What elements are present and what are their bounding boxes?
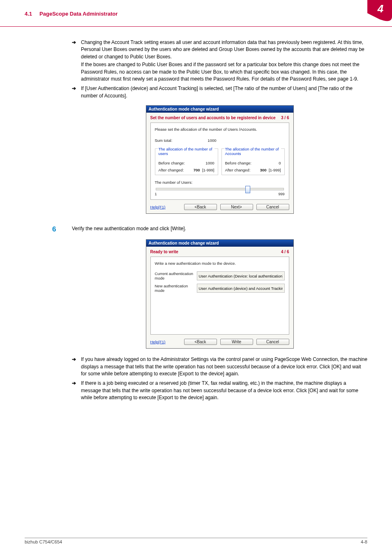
chapter-tab: 4 [351,11,367,25]
cancel-button[interactable]: Cancel [256,204,289,210]
page-header: 4.1 PageScope Data Administrator 4 [25,0,367,25]
note-text: Changing the Account Track setting erase… [81,39,364,60]
group-title-users: The allocation of the number of users [158,147,214,156]
section-number: 4.1 [25,11,32,17]
help-link[interactable]: Help(F1) [150,340,166,344]
footer-product: bizhub C754/C654 [25,539,62,544]
footer-page-number: 4-8 [361,539,367,544]
accounts-range: [1-999] [269,168,281,172]
step-number: 6 [52,225,72,234]
slider-thumb[interactable] [245,186,250,193]
users-allocation-group: The allocation of the number of users Be… [155,148,218,175]
wizard-dialog-step4: Authentication mode change wizard Ready … [146,239,294,349]
step-6: 6 Verify the new authentication mode and… [52,225,367,234]
new-mode-label: New authentication mode [155,284,197,293]
arrow-icon: ➔ [72,85,76,92]
current-mode-field [197,271,285,280]
accounts-before-value: 0 [279,161,281,165]
sum-total-label: Sum total: [155,138,173,143]
new-mode-field [197,284,285,293]
dialog-heading: Set the number of users and accounts to … [150,116,276,120]
arrow-icon: ➔ [72,380,76,387]
users-slider[interactable] [156,188,284,190]
header-rule [0,26,392,27]
users-before-value: 1000 [205,161,214,165]
step-text: Verify the new authentication mode and c… [72,225,367,232]
dialog-prompt: Write a new authentication mode to the d… [155,261,285,266]
dialog-titlebar: Authentication mode change wizard [146,106,293,113]
cancel-button[interactable]: Cancel [256,339,289,345]
current-mode-label: Current authentication mode [155,271,197,280]
page-footer: bizhub C754/C654 4-8 [25,539,367,544]
dialog-titlebar: Authentication mode change wizard [146,240,293,247]
accounts-allocation-group: The allocation of the number of Accounts… [221,148,285,175]
group-title-accounts: The allocation of the number of Accounts [224,147,281,156]
dialog-page-indicator: 4 / 6 [281,250,289,254]
note-text: If [User Authentication (device) and Acc… [81,86,353,98]
arrow-icon: ➔ [72,39,76,46]
wizard-dialog-step3: Authentication mode change wizard Set th… [146,105,294,214]
arrow-icon: ➔ [72,356,76,363]
dialog-prompt: Please set the allocation of the number … [155,127,285,132]
content-area: ➔ Changing the Account Track setting era… [72,39,367,401]
after-label: After changed: [159,168,184,172]
before-label: Before change: [159,161,185,165]
slider-label: The number of Users: [155,180,285,185]
before-label: Before change: [225,161,251,165]
sum-total-value: 1000 [208,138,216,143]
section-title: PageScope Data Administrator [39,11,118,17]
dialog-page-indicator: 3 / 6 [281,116,289,120]
note-text: If there is a job being executed or a re… [81,380,358,400]
accounts-after-value: 300 [260,168,267,172]
dialog-heading: Ready to write [150,250,178,254]
svg-text:4: 4 [377,2,384,15]
next-button[interactable]: Next> [220,204,253,210]
slider-min: 1 [155,192,157,196]
back-button[interactable]: <Back [184,204,217,210]
users-after-value: 700 [194,168,200,172]
note-item: ➔ If there is a job being executed or a … [72,380,367,401]
back-button[interactable]: <Back [184,339,217,345]
users-range: [1-999] [202,168,214,172]
note-item: ➔ Changing the Account Track setting era… [72,39,367,83]
note-continuation: If the boxes are changed to Public User … [81,61,367,83]
note-item: ➔ If [User Authentication (device) and A… [72,85,367,99]
note-item: ➔ If you have already logged on to the A… [72,356,367,377]
help-link[interactable]: Help(F1) [150,205,166,209]
write-button[interactable]: Write [220,339,253,345]
slider-max: 999 [278,192,284,196]
after-label: After changed: [225,168,251,172]
note-text: If you have already logged on to the Adm… [81,356,367,377]
